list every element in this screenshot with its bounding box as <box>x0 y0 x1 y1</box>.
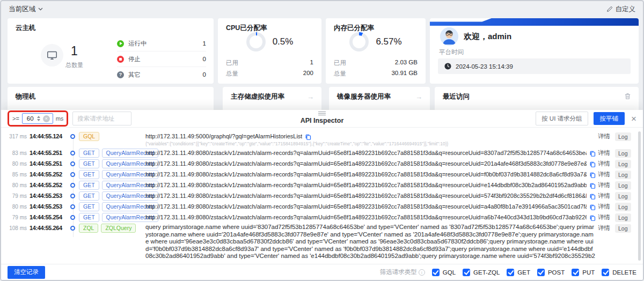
vm-status-running[interactable]: 运行中 1 <box>117 36 206 51</box>
image-server-title: 镜像服务器使用率 <box>337 92 391 101</box>
checkbox-checked-icon[interactable] <box>602 269 609 276</box>
detail-button[interactable]: 详情 <box>598 149 610 158</box>
request-url: http://172.31.11.49:8080/zstack/v1/zwatc… <box>145 213 587 222</box>
host-card-title: 物理机 <box>16 92 36 101</box>
clear-records-button[interactable]: 清空记录 <box>8 266 45 279</box>
api-name-tag: ZQLQuery <box>101 224 136 233</box>
filter-type-delete[interactable]: DELETE <box>602 269 636 276</box>
copy-icon[interactable] <box>305 134 311 140</box>
clear-icon[interactable]: × <box>43 115 50 122</box>
request-duration: 317 ms <box>6 132 27 141</box>
duration-filter-input[interactable]: 60 × <box>22 113 53 124</box>
filter-operator-label: >= <box>12 115 19 122</box>
filter-type-put[interactable]: PUT <box>572 269 595 276</box>
api-inspector-panel: >= 60 × ms API Inspector 按 UI 请求分组 按平铺 ×… <box>1 110 643 280</box>
detail-button[interactable]: 详情 <box>598 191 610 201</box>
memory-donut-chart <box>349 32 369 51</box>
request-row[interactable]: 317 ms 14:44:55.124 GQL http://172.31.11… <box>6 132 635 147</box>
filter-type-get[interactable]: GET <box>507 269 530 276</box>
request-payload: {"variables":{"conditions":[{"key":"crea… <box>145 141 449 147</box>
other-status-icon <box>117 71 124 78</box>
filter-type-post[interactable]: POST <box>537 269 565 276</box>
detail-button[interactable]: 详情 <box>598 159 610 168</box>
memory-used-label: 已用 <box>334 59 346 67</box>
memory-card: 内存已分配率 6.57% 已用2.03 GB 总量30.91 GB <box>326 18 426 84</box>
method-tag: GET <box>79 170 99 179</box>
group-by-ui-button[interactable]: 按 UI 请求分组 <box>536 112 588 125</box>
detail-button[interactable]: 详情 <box>598 170 610 179</box>
customize-label: 自定义 <box>616 5 636 14</box>
vm-status-other[interactable]: 其它 0 <box>117 67 206 82</box>
checkbox-checked-icon[interactable] <box>572 269 579 276</box>
request-row[interactable]: 85 ms 14:44:55.252 GETQueryAlarmRecord h… <box>6 170 635 179</box>
scrollbar[interactable] <box>638 131 641 261</box>
duration-filter-annotation: >= 60 × ms <box>8 110 68 127</box>
request-duration: 80 ms <box>6 181 27 190</box>
copy-icon[interactable] <box>589 172 596 178</box>
filter-type-get-zql[interactable]: GET-ZQL <box>463 269 500 276</box>
stepper-arrows-icon[interactable] <box>37 116 40 121</box>
request-list: 317 ms 14:44:55.124 GQL http://172.31.11… <box>1 128 643 264</box>
filter-type-label: 筛选请求类型 i <box>380 268 425 276</box>
log-button[interactable]: Log <box>615 149 631 158</box>
avatar <box>440 27 458 46</box>
log-button[interactable]: Log <box>615 160 631 168</box>
copy-icon[interactable] <box>589 150 596 157</box>
request-time: 14:44:55.253 <box>30 191 69 201</box>
log-button[interactable]: Log <box>615 203 631 211</box>
log-button[interactable]: Log <box>615 213 631 222</box>
flat-view-button[interactable]: 按平铺 <box>594 112 625 125</box>
copy-icon[interactable] <box>589 215 596 221</box>
copy-icon[interactable] <box>589 193 596 199</box>
request-row[interactable]: 80 ms 14:44:55.251 GETQueryAlarmRecord h… <box>6 159 635 168</box>
arrow-right-icon[interactable]: → <box>415 93 422 101</box>
log-button[interactable]: Log <box>615 224 631 233</box>
customize-button[interactable]: 自定义 <box>606 5 636 14</box>
memory-total-value: 30.91 GB <box>391 70 418 78</box>
checkbox-checked-icon[interactable] <box>537 269 545 276</box>
request-row[interactable]: 80 ms 14:44:55.253 GETQueryAlarmRecord h… <box>6 202 635 211</box>
filter-type-gql[interactable]: GQL <box>432 269 456 276</box>
cpu-card: CPU已分配率 0.5% 已用1 总量200 <box>218 18 321 84</box>
request-time: 14:44:55.124 <box>30 132 69 141</box>
arrow-right-icon[interactable]: → <box>307 93 314 101</box>
request-row[interactable]: 108 ms 14:44:55.264 ZQLZQLQuery query pr… <box>6 224 635 260</box>
request-time: 14:44:55.252 <box>30 170 69 179</box>
vm-status-list: 运行中 1 停止 0 其它 0 <box>117 36 206 82</box>
pencil-icon <box>606 6 613 12</box>
checkbox-checked-icon[interactable] <box>507 269 514 276</box>
timeline-dot-icon <box>70 151 75 156</box>
copy-icon[interactable] <box>589 161 596 167</box>
monitor-icon <box>41 44 63 66</box>
log-button[interactable]: Log <box>615 181 631 190</box>
request-row[interactable]: 80 ms 14:44:55.252 GETQueryAlarmRecord h… <box>6 181 635 190</box>
checkbox-checked-icon[interactable] <box>463 269 470 276</box>
cpu-percent: 0.5% <box>273 36 294 47</box>
detail-button[interactable]: 详情 <box>598 224 610 233</box>
close-icon[interactable]: × <box>631 114 636 123</box>
recent-card-title: 最近访问 <box>443 92 470 101</box>
vm-status-stopped[interactable]: 停止 0 <box>117 51 206 67</box>
trash-icon[interactable] <box>624 92 631 102</box>
request-time: 14:44:55.252 <box>30 181 69 190</box>
copy-icon[interactable] <box>589 182 596 189</box>
request-row[interactable]: 83 ms 14:44:55.251 GETQueryAlarmRecord h… <box>6 149 635 158</box>
detail-button[interactable]: 详情 <box>598 213 610 222</box>
method-tag: GET <box>79 159 99 168</box>
detail-button[interactable]: 详情 <box>598 181 610 190</box>
detail-button[interactable]: 详情 <box>598 202 610 211</box>
copy-icon[interactable] <box>589 204 596 210</box>
request-time: 14:44:55.251 <box>30 159 69 168</box>
region-selector[interactable]: 当前区域 <box>9 5 43 14</box>
panel-footer: 清空记录 筛选请求类型 i GQL GET-ZQL GET POST PUT D… <box>1 264 643 280</box>
detail-button[interactable]: 详情 <box>598 132 610 141</box>
filter-unit-label: ms <box>56 115 64 122</box>
log-button[interactable]: Log <box>615 171 631 179</box>
log-button[interactable]: Log <box>615 192 631 201</box>
checkbox-checked-icon[interactable] <box>432 269 440 276</box>
request-row[interactable]: 79 ms 14:44:55.254 GETQueryAlarmRecord h… <box>6 213 635 222</box>
search-input[interactable] <box>72 112 131 125</box>
log-button[interactable]: Log <box>615 132 631 141</box>
drag-handle-icon[interactable] <box>318 113 326 114</box>
request-row[interactable]: 79 ms 14:44:55.253 GETQueryAlarmRecord h… <box>6 191 635 201</box>
